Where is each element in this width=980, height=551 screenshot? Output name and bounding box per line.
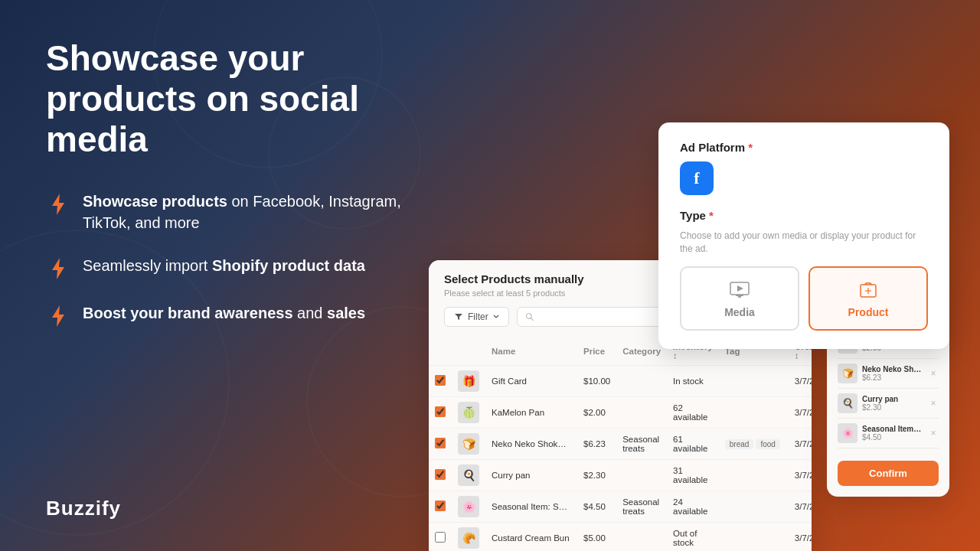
row-created-5: 3/7/2024	[789, 523, 812, 552]
selected-thumb-2: 🍞	[838, 364, 858, 383]
row-tag-1	[719, 397, 789, 429]
feature-text-3: Boost your brand awareness and sales	[83, 302, 365, 324]
product-table: Name Price Category Inventory ↕ Tag Crea…	[429, 337, 812, 551]
row-checkbox-cell	[429, 460, 452, 491]
table-row: 🎁 Gift Card $10.00 In stock 3/7/2024 Vie…	[429, 366, 812, 397]
row-checkbox-5[interactable]	[435, 532, 446, 543]
row-inventory-3: 31 available	[667, 460, 719, 491]
row-name-3: Curry pan	[485, 460, 577, 491]
row-thumb-3: 🍳	[452, 460, 485, 491]
svg-rect-5	[736, 295, 743, 296]
selected-thumb-3: 🍳	[838, 393, 858, 413]
row-price-2: $6.23	[577, 429, 616, 460]
col-price: Price	[577, 337, 616, 366]
confirm-button[interactable]: Confirm	[838, 461, 939, 486]
facebook-icon-button[interactable]: f	[680, 161, 714, 195]
svg-line-11	[531, 318, 533, 320]
remove-button-4[interactable]: ×	[928, 428, 939, 439]
product-thumbnail-2: 🍞	[458, 433, 479, 455]
product-thumbnail-3: 🍳	[458, 465, 479, 486]
product-thumbnail-1: 🍈	[458, 402, 479, 423]
col-thumb	[452, 337, 485, 366]
selected-price-4: $4.50	[862, 433, 923, 442]
row-thumb-4: 🌸	[452, 491, 485, 523]
row-checkbox-cell	[429, 491, 452, 523]
table-row: 🌸 Seasonal Item: Sakura cinnamon roll $4…	[429, 491, 812, 523]
ad-platform-label: Ad Platform *	[680, 141, 928, 154]
selected-thumb-4: 🌸	[838, 423, 858, 443]
row-thumb-2: 🍞	[452, 429, 485, 460]
main-headline: Showcase your products on social media	[46, 38, 429, 160]
feature-item-2: Seamlessly import Shopify product data	[46, 255, 429, 281]
left-content: Showcase your products on social media S…	[46, 38, 429, 328]
search-icon	[525, 312, 534, 321]
row-name-4: Seasonal Item: Sakura cinnamon roll	[485, 491, 577, 523]
row-inventory-0: In stock	[667, 366, 719, 397]
type-hint: Choose to add your own media or display …	[680, 230, 928, 256]
feature-list: Showcase products on Facebook, Instagram…	[46, 191, 429, 328]
selected-info-3: Curry pan $2.30	[862, 395, 923, 412]
row-thumb-1: 🍈	[452, 397, 485, 429]
lightning-icon-2	[46, 256, 70, 281]
row-checkbox-0[interactable]	[435, 375, 446, 386]
feature-text-2: Seamlessly import Shopify product data	[83, 255, 365, 276]
svg-point-10	[526, 314, 531, 319]
row-created-3: 3/7/2024	[789, 460, 812, 491]
row-created-1: 3/7/2024	[789, 397, 812, 429]
logo: Buzzify	[46, 497, 121, 520]
required-star-type: *	[709, 209, 714, 222]
type-label: Type *	[680, 209, 928, 222]
row-checkbox-4[interactable]	[435, 500, 446, 511]
product-option-label: Product	[848, 306, 889, 318]
svg-marker-2	[52, 305, 64, 327]
feature-item-3: Boost your brand awareness and sales	[46, 302, 429, 328]
selected-name-4: Seasonal Item: Sakura cin...	[862, 425, 923, 433]
facebook-f-letter: f	[694, 168, 699, 188]
selected-name-3: Curry pan	[862, 395, 923, 403]
remove-button-3[interactable]: ×	[928, 398, 939, 409]
row-tag-2: breadfood	[719, 429, 789, 460]
filter-button[interactable]: Filter	[444, 307, 509, 327]
col-name: Name	[485, 337, 577, 366]
type-option-product[interactable]: Product	[808, 266, 928, 331]
row-created-4: 3/7/2024	[789, 491, 812, 523]
row-checkbox-cell	[429, 366, 452, 397]
svg-rect-6	[738, 296, 741, 298]
selected-info-2: Neko Neko Shokupan $6.23	[862, 365, 923, 382]
row-created-0: 3/7/2024	[789, 366, 812, 397]
row-category-3	[616, 460, 667, 491]
product-icon	[858, 279, 879, 300]
row-checkbox-3[interactable]	[435, 469, 446, 480]
row-inventory-2: 61 available	[667, 429, 719, 460]
required-star-platform: *	[748, 141, 753, 154]
row-name-0: Gift Card	[485, 366, 577, 397]
product-thumbnail-0: 🎁	[458, 370, 479, 392]
feature-item-1: Showcase products on Facebook, Instagram…	[46, 191, 429, 233]
selected-price-2: $6.23	[862, 373, 923, 382]
row-category-2: Seasonal treats	[616, 429, 667, 460]
row-thumb-0: 🎁	[452, 366, 485, 397]
svg-marker-0	[52, 194, 64, 215]
row-price-5: $5.00	[577, 523, 616, 552]
selected-info-4: Seasonal Item: Sakura cin... $4.50	[862, 425, 923, 442]
row-price-0: $10.00	[577, 366, 616, 397]
row-thumb-5: 🥐	[452, 523, 485, 552]
row-name-1: KaMelon Pan	[485, 397, 577, 429]
row-checkbox-1[interactable]	[435, 406, 446, 417]
row-checkbox-cell	[429, 397, 452, 429]
row-tag-5	[719, 523, 789, 552]
row-created-2: 3/7/2024	[789, 429, 812, 460]
svg-marker-1	[52, 258, 64, 279]
row-tag-4	[719, 491, 789, 523]
product-thumbnail-5: 🥐	[458, 527, 479, 549]
selected-product-row-2: 🍞 Neko Neko Shokupan $6.23 ×	[838, 364, 939, 389]
type-options: Media Product	[680, 266, 928, 331]
type-option-media[interactable]: Media	[680, 266, 799, 331]
row-checkbox-cell	[429, 523, 452, 552]
row-price-3: $2.30	[577, 460, 616, 491]
row-category-0	[616, 366, 667, 397]
svg-marker-4	[737, 285, 743, 292]
remove-button-2[interactable]: ×	[928, 368, 939, 379]
row-checkbox-2[interactable]	[435, 438, 446, 448]
product-thumbnail-4: 🌸	[458, 496, 479, 517]
